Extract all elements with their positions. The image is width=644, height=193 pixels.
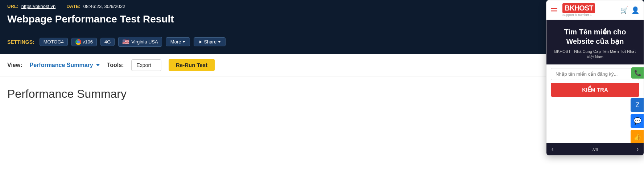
section-title: Performance Summary: [7, 87, 637, 101]
more-label: More: [170, 39, 181, 45]
rerun-label: Re-Run Test: [176, 62, 207, 68]
network-badge: 4G: [100, 38, 115, 46]
chrome-icon: [75, 39, 81, 45]
bkhost-tagline: Support is number 1: [562, 13, 592, 17]
share-chevron-icon: [218, 41, 221, 43]
more-chevron-icon: [182, 41, 185, 43]
export-button[interactable]: Export: [131, 59, 161, 71]
export-chevron-icon: [153, 64, 156, 66]
view-label: View:: [7, 62, 22, 68]
zalo-button[interactable]: Z: [631, 98, 644, 112]
url-date-row: URL: https://bkhost.vn DATE: 08:46:23, 3…: [7, 4, 637, 9]
share-button[interactable]: ➤ Share: [194, 37, 226, 46]
popup-search-area: 📞: [546, 64, 644, 80]
location-value: Virginia USA: [131, 39, 158, 45]
hamburger-icon[interactable]: [551, 8, 557, 12]
device-badge: MOTOG4: [40, 38, 68, 46]
date-value: 08:46:23, 30/9/2022: [83, 4, 125, 9]
date-label: DATE:: [66, 4, 80, 9]
bkhost-logo: BKHOST: [562, 3, 595, 13]
url-label: URL:: [7, 4, 18, 9]
popup-icons-right: 🛒 👤: [620, 6, 639, 14]
cart-icon[interactable]: 🛒: [620, 6, 628, 14]
kiem-tra-button[interactable]: KIỂM TRA: [551, 83, 639, 97]
popup-banner: Tìm Tên miền cho Website của bạn BKHOST …: [546, 20, 644, 64]
settings-label: SETTINGS:: [7, 39, 34, 45]
location-badge: 🇺🇸 Virginia USA: [118, 37, 162, 47]
phone-button[interactable]: 📞: [631, 67, 644, 79]
url-link[interactable]: https://bkhost.vn: [21, 4, 56, 9]
share-label: Share: [204, 39, 216, 45]
popup-header: BKHOST Support is number 1 🛒 👤: [546, 0, 644, 20]
chrome-version: v106: [83, 39, 93, 45]
date-section: DATE: 08:46:23, 30/9/2022: [66, 4, 125, 9]
flag-icon: 🇺🇸: [122, 38, 129, 45]
device-value: MOTOG4: [44, 39, 64, 45]
chrome-badge: v106: [71, 38, 97, 46]
view-dropdown[interactable]: Performance Summary: [30, 62, 100, 68]
header-divider: [7, 31, 637, 31]
popup-banner-sub: BKHOST - Nhà Cung Cấp Tên Miền Tốt Nhất …: [552, 49, 639, 60]
view-dropdown-text: Performance Summary: [30, 62, 93, 68]
send-icon: ➤: [198, 39, 202, 45]
domain-search-input[interactable]: [551, 68, 639, 80]
view-chevron-icon: [96, 64, 100, 66]
tools-label: Tools:: [107, 62, 124, 68]
network-value: 4G: [104, 39, 111, 45]
popup-banner-title: Tìm Tên miền cho Website của bạn: [552, 27, 639, 46]
settings-row: SETTINGS: MOTOG4 v106 4G 🇺🇸 Virginia USA…: [7, 37, 637, 47]
page-title: Webpage Performance Test Result: [7, 13, 637, 25]
popup-logo-area: BKHOST Support is number 1: [562, 3, 595, 17]
rerun-button[interactable]: Re-Run Test: [169, 59, 215, 71]
user-icon[interactable]: 👤: [631, 6, 639, 14]
more-button[interactable]: More: [166, 37, 190, 46]
bkhost-popup: BKHOST Support is number 1 🛒 👤 Tìm Tên m…: [546, 0, 644, 112]
export-label: Export: [137, 62, 151, 68]
url-section: URL: https://bkhost.vn: [7, 4, 55, 9]
